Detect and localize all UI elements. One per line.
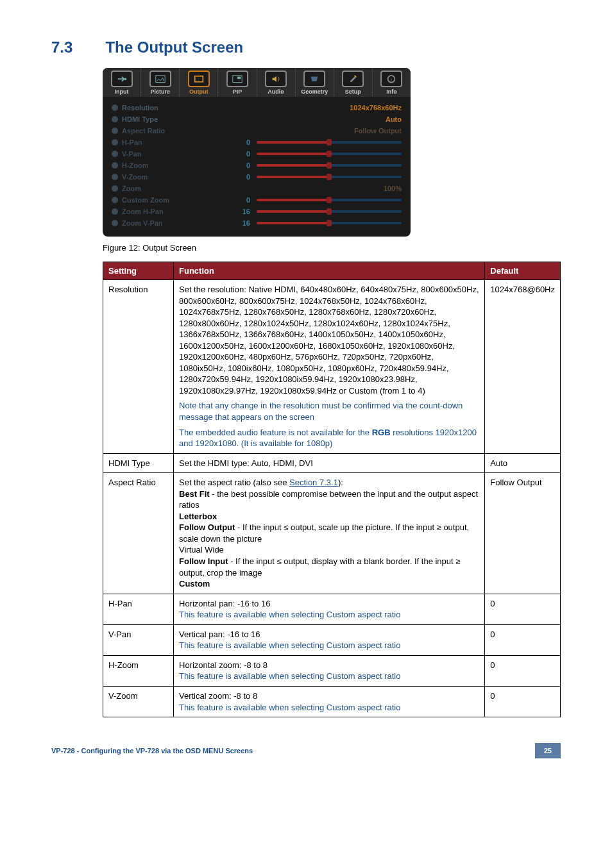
osd-row: Zoom100% xyxy=(112,183,402,194)
osd-row: Resolution1024x768x60Hz xyxy=(112,102,402,113)
bullet-icon xyxy=(112,174,118,180)
osd-row: H-Pan0 xyxy=(112,137,402,148)
cell-default: 0 xyxy=(485,686,561,717)
bullet-icon xyxy=(112,116,118,122)
osd-row: HDMI TypeAuto xyxy=(112,113,402,125)
footer-text: VP-728 - Configuring the VP-728 via the … xyxy=(51,747,253,755)
osd-row: V-Pan0 xyxy=(112,148,402,160)
input-icon xyxy=(111,71,133,87)
table-header-row: Setting Function Default xyxy=(103,262,561,280)
cell-function: Vertical zoom: -8 to 8 This feature is a… xyxy=(174,686,485,717)
table-row: V-Pan Vertical pan: -16 to 16 This featu… xyxy=(103,624,561,655)
slider xyxy=(257,221,402,226)
output-icon xyxy=(188,71,210,87)
cell-default: 1024x768@60Hz xyxy=(485,280,561,454)
section-link[interactable]: Section 7.3.1 xyxy=(289,478,338,487)
cell-function: Set the HDMI type: Auto, HDMI, DVI xyxy=(174,453,485,473)
cell-setting: V-Pan xyxy=(103,624,174,655)
table-row: H-Pan Horizontal pan: -16 to 16 This fea… xyxy=(103,594,561,624)
heading-title: The Output Screen xyxy=(105,38,243,56)
cell-default: Auto xyxy=(485,453,561,473)
table-row: H-Zoom Horizontal zoom: -8 to 8 This fea… xyxy=(103,655,561,686)
bullet-icon xyxy=(112,220,118,226)
th-function: Function xyxy=(174,262,485,280)
svg-rect-2 xyxy=(195,76,203,82)
cell-function: Set the aspect ratio (also see Section 7… xyxy=(174,473,485,594)
audio-icon xyxy=(265,71,287,87)
bullet-icon xyxy=(112,197,118,203)
cell-function: Set the resolution: Native HDMI, 640x480… xyxy=(174,280,485,454)
bullet-icon xyxy=(112,162,118,169)
slider xyxy=(257,151,402,156)
page-number: 25 xyxy=(535,743,561,758)
svg-rect-4 xyxy=(237,77,241,79)
page-footer: VP-728 - Configuring the VP-728 via the … xyxy=(51,743,561,758)
section-heading: 7.3 The Output Screen xyxy=(51,38,561,56)
cell-default: 0 xyxy=(485,594,561,624)
bullet-icon xyxy=(112,128,118,134)
osd-row: Zoom V-Pan16 xyxy=(112,217,402,229)
svg-text:i: i xyxy=(391,77,393,83)
th-default: Default xyxy=(485,262,561,280)
bullet-icon xyxy=(112,208,118,215)
slider xyxy=(257,140,402,145)
svg-point-0 xyxy=(124,78,126,80)
cell-default: 0 xyxy=(485,655,561,686)
osd-tab-setup: Setup xyxy=(334,68,373,97)
osd-row: H-Zoom0 xyxy=(112,160,402,171)
osd-tab-info: iInfo xyxy=(373,68,411,97)
osd-screenshot: InputPictureOutputPIPAudioGeometrySetupi… xyxy=(103,68,411,237)
table-row: HDMI Type Set the HDMI type: Auto, HDMI,… xyxy=(103,453,561,473)
osd-row: Custom Zoom0 xyxy=(112,194,402,206)
bullet-icon xyxy=(112,151,118,157)
cell-function: Horizontal pan: -16 to 16 This feature i… xyxy=(174,594,485,624)
slider xyxy=(257,174,402,179)
heading-number: 7.3 xyxy=(51,38,103,56)
osd-row: V-Zoom0 xyxy=(112,171,402,183)
slider xyxy=(257,163,402,168)
osd-tab-audio: Audio xyxy=(257,68,296,97)
cell-setting: H-Pan xyxy=(103,594,174,624)
bullet-icon xyxy=(112,104,118,111)
cell-default: 0 xyxy=(485,624,561,655)
osd-tab-pip: PIP xyxy=(218,68,257,97)
cell-setting: Aspect Ratio xyxy=(103,473,174,594)
info-icon: i xyxy=(380,71,402,87)
cell-setting: Resolution xyxy=(103,280,174,454)
cell-setting: HDMI Type xyxy=(103,453,174,473)
slider xyxy=(257,197,402,203)
osd-tab-picture: Picture xyxy=(141,68,180,97)
cell-default: Follow Output xyxy=(485,473,561,594)
settings-table: Setting Function Default Resolution Set … xyxy=(103,262,561,717)
osd-row: Zoom H-Pan16 xyxy=(112,206,402,217)
bullet-icon xyxy=(112,139,118,146)
slider xyxy=(257,209,402,214)
osd-row: Aspect RatioFollow Output xyxy=(112,125,402,137)
th-setting: Setting xyxy=(103,262,174,280)
osd-tab-output: Output xyxy=(180,68,218,97)
osd-tab-geometry: Geometry xyxy=(296,68,334,97)
osd-tab-input: Input xyxy=(103,68,141,97)
setup-icon xyxy=(342,71,364,87)
table-row: Aspect Ratio Set the aspect ratio (also … xyxy=(103,473,561,594)
table-row: Resolution Set the resolution: Native HD… xyxy=(103,280,561,454)
cell-function: Vertical pan: -16 to 16 This feature is … xyxy=(174,624,485,655)
geometry-icon xyxy=(303,71,325,87)
cell-setting: H-Zoom xyxy=(103,655,174,686)
picture-icon xyxy=(149,71,171,87)
pip-icon xyxy=(226,71,248,87)
bullet-icon xyxy=(112,185,118,192)
cell-function: Horizontal zoom: -8 to 8 This feature is… xyxy=(174,655,485,686)
figure-caption: Figure 12: Output Screen xyxy=(103,243,561,253)
cell-setting: V-Zoom xyxy=(103,686,174,717)
table-row: V-Zoom Vertical zoom: -8 to 8 This featu… xyxy=(103,686,561,717)
